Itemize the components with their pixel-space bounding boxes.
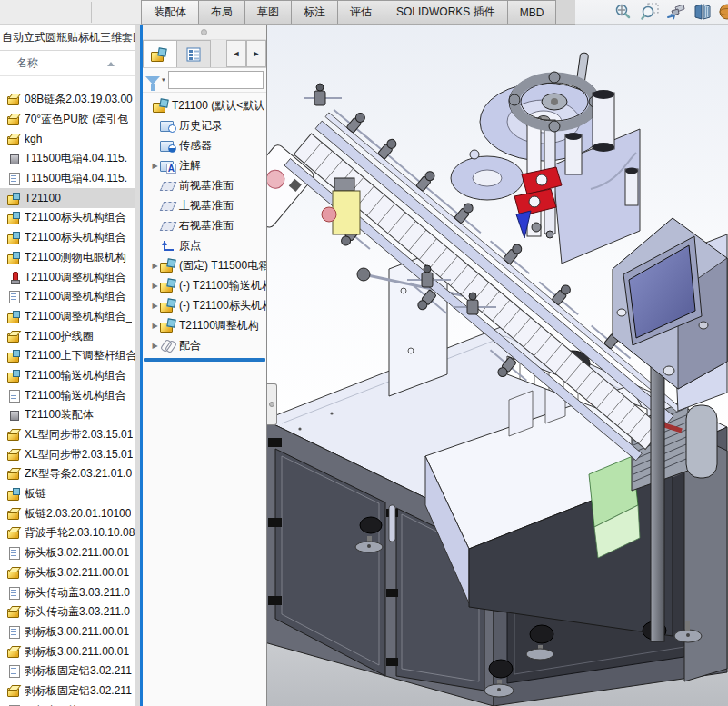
ribbon-tab[interactable]: SOLIDWORKS 插件 xyxy=(384,0,508,24)
file-name: T21100护线圈 xyxy=(25,329,94,344)
ribbon-tab[interactable]: MBD xyxy=(507,0,557,24)
tree-item-label: T21100调整机构 xyxy=(179,318,259,333)
zoom-to-area-icon[interactable] xyxy=(640,2,660,22)
expand-arrow-icon[interactable]: ▶ xyxy=(150,342,160,350)
file-row[interactable]: 标头板3.02.211.00.01 xyxy=(0,543,135,563)
name-column-header[interactable]: 名称 xyxy=(0,51,135,76)
panel-grip[interactable] xyxy=(143,25,266,40)
ribbon-tab[interactable]: 草图 xyxy=(244,0,292,24)
file-type-icon xyxy=(6,389,21,403)
file-row[interactable]: kgh xyxy=(0,129,135,149)
file-row[interactable]: T21100装配体 xyxy=(0,405,135,425)
section-view-icon[interactable] xyxy=(693,2,713,22)
file-row[interactable]: 标头传动盖3.03.211.0 xyxy=(0,582,135,602)
expand-arrow-icon[interactable]: ▶ xyxy=(150,322,160,330)
rollback-bar[interactable] xyxy=(144,358,265,362)
file-row[interactable]: T21100输送机构组合 xyxy=(0,366,135,386)
file-row[interactable]: XL型同步带2.03.15.01 xyxy=(0,444,135,464)
tree-item-row[interactable]: 上视基准面 xyxy=(143,195,266,215)
file-row[interactable]: 剥标板3.00.211.00.01 xyxy=(0,622,135,642)
view-settings-icon[interactable] xyxy=(719,2,728,22)
tree-item-icon xyxy=(160,158,176,173)
folder-title[interactable]: 自动立式圆瓶贴标机三维套图 xyxy=(0,25,135,51)
tree-item-row[interactable]: 历史记录 xyxy=(143,115,266,135)
file-row[interactable]: 70°蓝色PU胶 (牵引包 xyxy=(0,110,135,130)
previous-view-icon[interactable] xyxy=(666,2,686,22)
file-row[interactable]: 剥标板固定铝3.02.211 xyxy=(0,681,135,701)
filter-caret-icon[interactable]: ▾ xyxy=(162,76,165,84)
file-row[interactable]: 剥标板3.00.211.00.01 xyxy=(0,641,135,661)
file-type-icon xyxy=(6,211,21,224)
feature-manager-panel: ◄ ► ▾ T21100 (默认<默认 历史记录 xyxy=(143,25,267,706)
expand-arrow-icon[interactable]: ▶ xyxy=(150,262,160,270)
cabinet-hinge xyxy=(268,596,282,605)
file-row[interactable]: T21100上下调整杆组合 xyxy=(0,346,135,366)
file-row[interactable]: 板链 xyxy=(0,484,135,504)
zoom-to-fit-icon[interactable] xyxy=(613,2,633,22)
file-row[interactable]: 剥标板固定铝3.02.211 xyxy=(0,661,135,681)
file-row[interactable]: T21100调整机构组合 xyxy=(0,287,135,307)
panel-splitter[interactable] xyxy=(135,25,143,706)
tree-root-row[interactable]: T21100 (默认<默认 xyxy=(143,95,266,115)
ribbon-tab[interactable]: 评估 xyxy=(337,0,384,24)
file-row[interactable]: T11500电箱4.04.115. xyxy=(0,169,135,189)
file-name: T21100输送机构组合 xyxy=(25,368,126,383)
hmi-button xyxy=(617,309,626,316)
file-type-icon xyxy=(6,546,21,560)
file-row[interactable]: T21100标头机构组合 xyxy=(0,208,135,228)
file-row[interactable]: 剥标半圆块3.02.211.0 xyxy=(0,701,135,706)
tree-item-row[interactable]: ▶ T21100调整机构 xyxy=(143,315,266,335)
tree-item-row[interactable]: 右视基准面 xyxy=(143,215,266,235)
file-name: T21100标头机构组合 xyxy=(25,210,126,225)
sort-ascending-icon xyxy=(107,62,115,66)
file-name: 剥标板固定铝3.02.211 xyxy=(25,663,132,679)
cabinet-hinge xyxy=(386,658,398,666)
tree-item-icon xyxy=(160,318,176,333)
file-row[interactable]: T21100调整机构组合 xyxy=(0,267,135,287)
tree-item-row[interactable]: 原点 xyxy=(143,235,266,255)
tab-scroll-left-button[interactable]: ◄ xyxy=(226,40,246,67)
file-row[interactable]: T21100 xyxy=(0,188,135,208)
file-row[interactable]: XL型同步带2.03.15.01 xyxy=(0,425,135,445)
file-row[interactable]: T21100输送机构组合 xyxy=(0,385,135,405)
file-name: XL型同步带2.03.15.01 xyxy=(25,427,133,442)
file-name: T11500电箱4.04.115. xyxy=(25,171,127,186)
file-row[interactable]: 标头板3.02.211.00.01 xyxy=(0,563,135,583)
tree-item-row[interactable]: ▶ (-) T21100标头机构 xyxy=(143,295,266,315)
file-row[interactable]: T21100测物电眼机构 xyxy=(0,248,135,268)
expand-arrow-icon[interactable]: ▶ xyxy=(150,282,160,290)
hmi-pole xyxy=(651,333,664,641)
file-row[interactable]: 08B链条2.03.19.03.00 xyxy=(0,90,135,110)
tree-item-label: 前视基准面 xyxy=(179,178,234,194)
tree-item-row[interactable]: ▶ (-) T21100输送机构 xyxy=(143,275,266,295)
tree-item-row[interactable]: 传感器 xyxy=(143,135,266,155)
tab-scroll-buttons: ◄ ► xyxy=(226,40,266,67)
ribbon-tab[interactable]: 标注 xyxy=(291,0,338,24)
panel-collapse-handle[interactable] xyxy=(267,383,277,425)
expand-arrow-icon[interactable]: ▶ xyxy=(150,162,160,170)
file-row[interactable]: T21100护线圈 xyxy=(0,326,135,346)
file-row[interactable]: 背波手轮2.03.10.10.08 xyxy=(0,523,135,543)
tab-feature-manager[interactable] xyxy=(143,40,177,67)
filter-funnel-icon[interactable] xyxy=(145,76,160,85)
file-row[interactable]: T11500电箱4.04.115. xyxy=(0,149,135,169)
file-row[interactable]: ZK型导条2.03.21.01.0 xyxy=(0,464,135,484)
tab-property-manager[interactable] xyxy=(176,40,211,67)
file-row[interactable]: 板链2.03.20.01.10100 xyxy=(0,503,135,523)
tab-scroll-right-button[interactable]: ► xyxy=(246,40,266,67)
tree-item-row[interactable]: 前视基准面 xyxy=(143,175,266,195)
tree-item-label: 右视基准面 xyxy=(179,218,234,234)
ribbon-tab[interactable]: 布局 xyxy=(198,0,245,24)
file-row[interactable]: T21100标头机构组合 xyxy=(0,228,135,248)
file-row[interactable]: 标头传动盖3.03.211.0 xyxy=(0,602,135,622)
file-name: 板链 xyxy=(25,486,46,502)
tree-item-row[interactable]: ▶ 注解 xyxy=(143,155,266,175)
tree-item-row[interactable]: ▶ 配合 xyxy=(143,335,266,355)
tree-item-row[interactable]: ▶ (固定) T11500电箱 xyxy=(143,255,266,275)
ribbon-tab[interactable]: 装配体 xyxy=(141,0,199,24)
file-type-icon xyxy=(6,684,21,698)
file-row[interactable]: T21100调整机构组合_ xyxy=(0,307,135,327)
expand-arrow-icon[interactable]: ▶ xyxy=(150,302,160,310)
hmi-button xyxy=(663,366,674,375)
filter-input[interactable] xyxy=(168,71,264,89)
